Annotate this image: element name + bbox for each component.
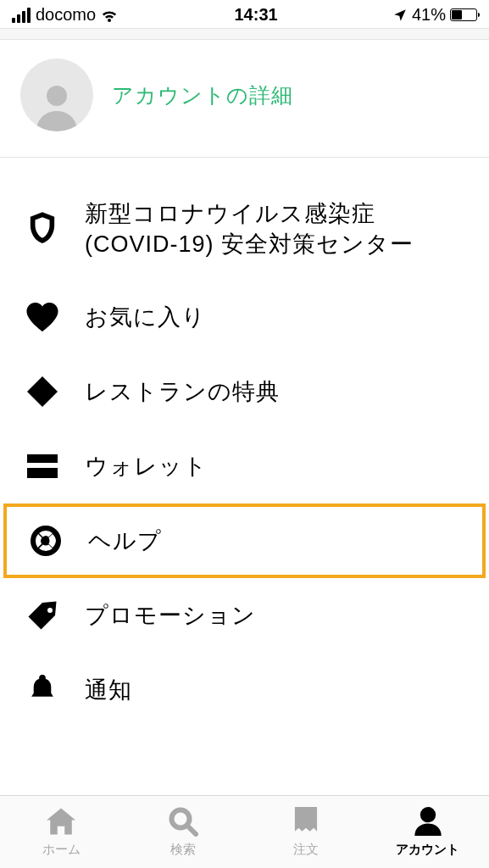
menu-item-promotions[interactable]: プロモーション: [0, 578, 489, 653]
location-icon: [392, 8, 408, 23]
svg-rect-2: [27, 468, 58, 478]
menu-item-label: 新型コロナウイルス感染症(COVID-19) 安全対策センター: [85, 198, 464, 259]
status-right: 41%: [392, 5, 477, 25]
menu-item-label: プロモーション: [85, 600, 256, 631]
svg-line-4: [188, 826, 196, 834]
signal-icon: [12, 8, 31, 23]
header-separator: [0, 28, 489, 40]
receipt-icon: [289, 804, 323, 838]
battery-percent: 41%: [412, 5, 446, 25]
bell-icon: [25, 673, 59, 707]
svg-rect-1: [27, 454, 58, 463]
svg-point-5: [420, 807, 436, 822]
tab-bar: ホーム 検索 注文 アカウント: [0, 795, 489, 868]
menu-item-rewards[interactable]: レストランの特典: [0, 354, 489, 429]
account-details-link[interactable]: アカウントの詳細: [112, 81, 293, 109]
menu-item-label: 通知: [85, 675, 132, 705]
tab-label: ホーム: [42, 842, 81, 858]
menu-item-help[interactable]: ヘルプ: [3, 504, 486, 578]
shield-icon: [25, 212, 59, 246]
menu-item-label: お気に入り: [85, 302, 206, 332]
tab-label: 注文: [293, 842, 319, 858]
heart-icon: [25, 300, 59, 334]
avatar: [20, 58, 93, 131]
tab-search[interactable]: 検索: [122, 796, 244, 868]
menu-item-notifications[interactable]: 通知: [0, 653, 489, 727]
account-header[interactable]: アカウントの詳細: [0, 40, 489, 158]
wallet-icon: [25, 449, 59, 483]
menu-item-covid[interactable]: 新型コロナウイルス感染症(COVID-19) 安全対策センター: [0, 178, 489, 280]
status-bar: docomo 14:31 41%: [0, 0, 489, 28]
home-icon: [44, 804, 78, 838]
menu-item-label: ウォレット: [85, 451, 208, 481]
tab-label: 検索: [170, 842, 196, 858]
status-time: 14:31: [234, 5, 277, 25]
menu-item-favorites[interactable]: お気に入り: [0, 280, 489, 354]
menu-list: 新型コロナウイルス感染症(COVID-19) 安全対策センター お気に入り レス…: [0, 158, 489, 727]
tag-icon: [25, 598, 59, 632]
battery-icon: [450, 8, 477, 21]
person-icon: [411, 804, 445, 838]
carrier-label: docomo: [36, 5, 96, 25]
tab-orders[interactable]: 注文: [245, 796, 367, 868]
menu-item-wallet[interactable]: ウォレット: [0, 429, 489, 504]
tab-account[interactable]: アカウント: [367, 796, 489, 868]
menu-item-label: ヘルプ: [88, 526, 162, 556]
search-icon: [166, 804, 200, 838]
wifi-icon: [99, 7, 119, 24]
lifebuoy-icon: [29, 524, 63, 558]
tab-label: アカウント: [396, 842, 459, 858]
tab-home[interactable]: ホーム: [0, 796, 122, 868]
status-left: docomo: [12, 5, 119, 25]
svg-point-0: [47, 86, 67, 106]
diamond-icon: [25, 375, 59, 409]
menu-item-label: レストランの特典: [85, 376, 280, 407]
